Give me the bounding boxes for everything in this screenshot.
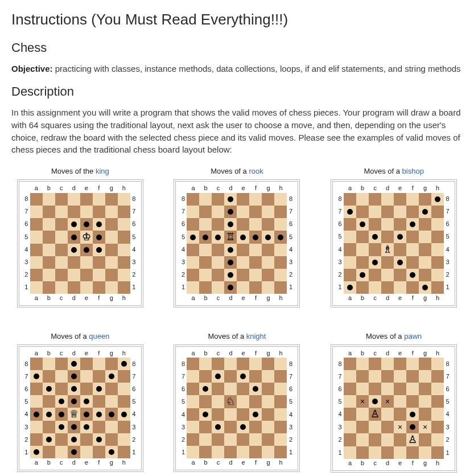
move-dot	[274, 231, 287, 244]
square-c7	[369, 370, 381, 383]
move-dot	[369, 231, 381, 243]
square-f8	[249, 358, 262, 370]
file-label: e	[237, 349, 249, 358]
square-g3	[262, 256, 274, 269]
caption-link-queen[interactable]: queen	[89, 332, 109, 340]
rank-label: 7	[444, 206, 451, 218]
square-h2	[274, 269, 287, 281]
square-c2	[369, 269, 381, 281]
square-h2	[431, 433, 444, 446]
square-h5	[431, 395, 444, 408]
file-label: d	[68, 458, 80, 467]
file-label: d	[224, 458, 237, 467]
square-a6	[344, 383, 356, 395]
rank-label: 6	[179, 383, 187, 395]
square-c5	[55, 231, 68, 244]
file-label: h	[431, 459, 444, 468]
square-a6	[30, 383, 43, 395]
file-label: f	[406, 294, 419, 303]
file-label: c	[369, 459, 381, 468]
rank-label: 6	[287, 218, 294, 231]
caption-link-king[interactable]: king	[96, 167, 109, 175]
square-b7	[43, 206, 55, 218]
square-g5	[105, 231, 118, 244]
rank-label: 7	[23, 206, 30, 218]
rank-label: 2	[23, 269, 30, 281]
board-frame: abcdefgh8877665♖544332211abcdefgh	[174, 179, 300, 307]
file-label: c	[212, 294, 224, 303]
square-e5: ♔	[80, 231, 93, 244]
caption-link-knight[interactable]: knight	[246, 332, 266, 340]
file-label: a	[187, 184, 199, 193]
caption-link-pawn[interactable]: pawn	[404, 332, 422, 340]
square-e4	[394, 243, 406, 256]
square-f6	[406, 383, 419, 395]
square-e8	[80, 358, 93, 370]
rank-label: 4	[23, 244, 30, 256]
square-h4	[431, 408, 444, 421]
move-dot	[369, 256, 381, 269]
move-dot	[212, 231, 224, 244]
coord-spacer	[336, 184, 344, 193]
file-label: f	[93, 294, 105, 303]
rank-label: 3	[444, 421, 451, 433]
square-e2	[394, 433, 406, 446]
rank-label: 3	[179, 256, 187, 269]
square-f1	[93, 281, 105, 294]
square-a8	[187, 193, 199, 206]
square-b6	[356, 383, 369, 395]
caption-link-bishop[interactable]: bishop	[402, 167, 424, 175]
square-e1	[237, 281, 249, 294]
square-e1	[80, 281, 93, 294]
capture-mark	[381, 395, 394, 408]
square-d2	[68, 269, 80, 281]
square-d7	[381, 370, 394, 383]
square-d1	[68, 281, 80, 294]
rank-label: 1	[23, 446, 30, 458]
file-label: e	[80, 184, 93, 193]
square-c1	[55, 281, 68, 294]
file-label: d	[68, 184, 80, 193]
file-label: a	[344, 349, 356, 358]
rank-label: 6	[23, 383, 30, 395]
file-label: c	[212, 184, 224, 193]
square-a2	[187, 433, 199, 446]
square-a8	[344, 358, 356, 370]
rank-label: 5	[444, 231, 451, 243]
square-h7	[431, 370, 444, 383]
file-label: g	[262, 349, 274, 358]
caption-prefix: Moves of the	[51, 167, 96, 175]
king-piece-icon: ♔	[82, 231, 91, 243]
chessboard: abcdefgh8877665♘544332211abcdefgh	[179, 349, 294, 468]
square-h8	[118, 193, 130, 206]
square-e6	[237, 383, 249, 395]
file-label: b	[199, 184, 212, 193]
file-label: a	[187, 458, 199, 467]
coord-spacer	[444, 349, 451, 358]
move-dot	[419, 281, 431, 294]
file-label: e	[394, 184, 406, 193]
square-h2	[118, 269, 130, 281]
file-label: g	[262, 294, 274, 303]
move-dot	[30, 446, 43, 458]
caption-link-rook[interactable]: rook	[249, 167, 263, 175]
square-c4: ♙	[369, 408, 381, 421]
square-f7	[249, 206, 262, 218]
move-dot	[262, 231, 274, 244]
square-d7	[224, 370, 237, 383]
file-label: a	[344, 459, 356, 468]
file-label: e	[237, 458, 249, 467]
file-label: h	[118, 184, 130, 193]
rank-label: 6	[444, 218, 451, 231]
square-h1	[274, 446, 287, 458]
rank-label: 5	[336, 395, 344, 408]
file-label: d	[381, 184, 394, 193]
square-h5	[118, 231, 130, 244]
square-d1	[224, 446, 237, 458]
board-bishop: Moves of a bishopabcdefgh887766554♗43322…	[325, 166, 463, 310]
coord-spacer	[130, 458, 138, 467]
square-e1	[237, 446, 249, 458]
move-dot	[55, 408, 68, 421]
move-dot	[237, 370, 249, 383]
move-dot	[224, 206, 237, 218]
